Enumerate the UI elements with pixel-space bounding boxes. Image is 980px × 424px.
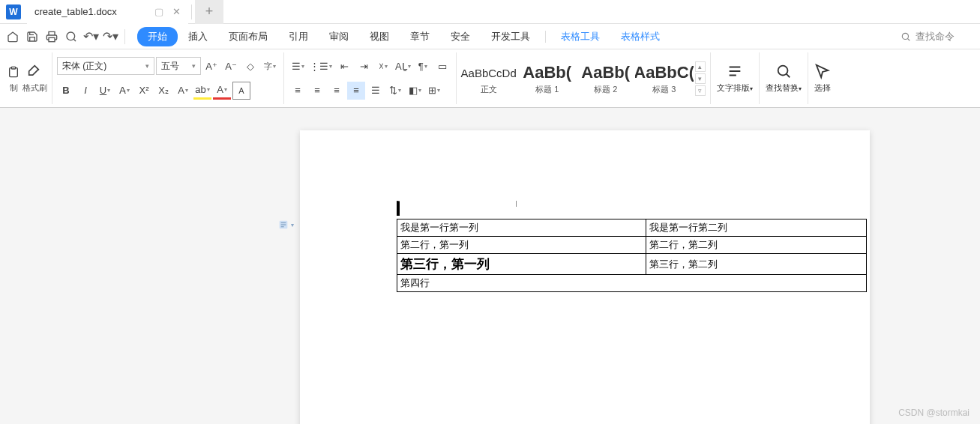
- shrink-font-icon[interactable]: A⁻: [222, 57, 240, 75]
- bullets-icon[interactable]: ☰▾: [289, 57, 307, 75]
- show-marks-icon[interactable]: ¶▾: [414, 57, 432, 75]
- tab-present-icon[interactable]: ▢: [154, 6, 163, 17]
- svg-point-4: [778, 66, 787, 76]
- cursor-icon: [814, 63, 831, 79]
- preview-icon[interactable]: [61, 27, 81, 46]
- menu-pagelayout[interactable]: 页面布局: [218, 27, 278, 46]
- print-icon[interactable]: [42, 27, 61, 46]
- borders-icon[interactable]: ⊞▾: [425, 82, 443, 100]
- ruler-tick: [516, 201, 517, 207]
- undo-icon[interactable]: ↶▾: [81, 27, 100, 46]
- align-justify-icon[interactable]: ≡: [347, 82, 365, 100]
- indent-icon[interactable]: ⇥: [355, 57, 373, 75]
- menu-devtools[interactable]: 开发工具: [481, 27, 541, 46]
- line-spacing-icon[interactable]: ⇅▾: [386, 82, 404, 100]
- svg-rect-6: [281, 222, 286, 223]
- main-menu: 开始 插入 页面布局 引用 审阅 视图 章节 安全 开发工具 表格工具 表格样式: [137, 27, 670, 46]
- document-table[interactable]: 我是第一行第一列 我是第一行第二列 第二行，第一列 第二行，第二列 第三行，第一…: [397, 219, 867, 292]
- bold-button[interactable]: B: [57, 82, 75, 100]
- font-group: 宋体 (正文)▾ 五号▾ A⁺ A⁻ ◇ 字▾ B I U▾ A̵▾ X² X₂…: [52, 52, 284, 104]
- underline-button[interactable]: U▾: [96, 82, 114, 100]
- watermark: CSDN @stormkai: [898, 408, 970, 418]
- shading-icon[interactable]: ◧▾: [406, 82, 424, 100]
- find-icon: [775, 63, 792, 79]
- new-tab-button[interactable]: +: [195, 0, 224, 24]
- font-size-select[interactable]: 五号▾: [156, 57, 201, 75]
- document-tab[interactable]: create_table1.docx ▢ ✕: [27, 0, 188, 24]
- table-cell[interactable]: 我是第一行第一列: [397, 219, 646, 237]
- grow-font-icon[interactable]: A⁺: [202, 57, 220, 75]
- style-normal[interactable]: AaBbCcDd 正文: [460, 60, 518, 97]
- ltr-icon[interactable]: AḺ▾: [394, 57, 412, 75]
- svg-point-2: [902, 33, 908, 39]
- style-heading3[interactable]: AaBbC( 标题 3: [635, 60, 694, 97]
- table-row[interactable]: 第三行，第一列 第三行，第二列: [397, 254, 867, 275]
- redo-icon[interactable]: ↷▾: [100, 27, 120, 46]
- table-cell[interactable]: 第二行，第二列: [646, 237, 867, 254]
- format-painter-icon[interactable]: [26, 63, 44, 81]
- save-icon[interactable]: [22, 27, 42, 46]
- svg-point-1: [67, 32, 75, 40]
- align-right-icon[interactable]: ≡: [328, 82, 346, 100]
- tab-separator: [191, 4, 192, 19]
- menu-start[interactable]: 开始: [137, 27, 178, 46]
- numbering-icon[interactable]: ⋮☰▾: [308, 57, 334, 75]
- search-placeholder: 查找命令: [916, 30, 955, 43]
- style-scroll[interactable]: ▴▾▿: [694, 61, 707, 96]
- styles-gallery: AaBbCcDd 正文 AaBb( 标题 1 AaBb( 标题 2 AaBbC(…: [457, 52, 711, 104]
- table-cell[interactable]: 我是第一行第二列: [646, 219, 867, 237]
- outdent-icon[interactable]: ⇤: [335, 57, 353, 75]
- search-box[interactable]: 查找命令: [901, 30, 977, 43]
- find-replace-button[interactable]: 查找替换▾: [760, 52, 808, 104]
- char-border-icon[interactable]: A: [232, 82, 250, 100]
- select-button[interactable]: 选择: [808, 52, 837, 104]
- align-center-icon[interactable]: ≡: [308, 82, 326, 100]
- typography-icon: [727, 63, 743, 79]
- sort-icon[interactable]: ☓▾: [374, 57, 392, 75]
- ribbon: 制 格式刷 宋体 (正文)▾ 五号▾ A⁺ A⁻ ◇ 字▾ B I U▾ A̵▾…: [0, 49, 980, 108]
- table-cell[interactable]: 第四行: [397, 275, 867, 292]
- document-canvas[interactable]: ▾ 我是第一行第一列 我是第一行第二列 第二行，第一列 第二行，第二列 第三行，…: [0, 108, 980, 424]
- distribute-icon[interactable]: ☰: [367, 82, 385, 100]
- text-cursor: [397, 201, 400, 216]
- superscript-button[interactable]: X²: [135, 82, 153, 100]
- section-handle-icon[interactable]: ▾: [277, 219, 294, 231]
- home-icon[interactable]: [3, 27, 22, 46]
- highlight-icon[interactable]: ab▾: [193, 82, 211, 100]
- clear-format-icon[interactable]: ◇: [241, 57, 259, 75]
- typography-button[interactable]: 文字排版▾: [711, 52, 760, 104]
- format-painter-label: 格式刷: [22, 82, 47, 94]
- table-row[interactable]: 第四行: [397, 275, 867, 292]
- menu-security[interactable]: 安全: [440, 27, 481, 46]
- subscript-button[interactable]: X₂: [154, 82, 172, 100]
- table-cell[interactable]: 第三行，第二列: [646, 254, 867, 275]
- menu-tablestyle[interactable]: 表格样式: [610, 27, 670, 46]
- menu-insert[interactable]: 插入: [178, 27, 218, 46]
- strike-button[interactable]: A̵▾: [115, 82, 133, 100]
- menu-chapter[interactable]: 章节: [400, 27, 440, 46]
- style-heading1[interactable]: AaBb( 标题 1: [518, 60, 577, 97]
- table-cell[interactable]: 第三行，第一列: [397, 254, 646, 275]
- page: 我是第一行第一列 我是第一行第二列 第二行，第一列 第二行，第二列 第三行，第一…: [300, 130, 870, 424]
- menu-tabletools[interactable]: 表格工具: [550, 27, 610, 46]
- menu-references[interactable]: 引用: [278, 27, 319, 46]
- menu-review[interactable]: 审阅: [319, 27, 359, 46]
- text-effects-icon[interactable]: A▾: [174, 82, 192, 100]
- svg-rect-0: [49, 37, 55, 41]
- table-cell[interactable]: 第二行，第一列: [397, 237, 646, 254]
- table-row[interactable]: 第二行，第一列 第二行，第二列: [397, 237, 867, 254]
- table-row[interactable]: 我是第一行第一列 我是第一行第二列: [397, 219, 867, 237]
- quick-access-bar: ↶▾ ↷▾ 开始 插入 页面布局 引用 审阅 视图 章节 安全 开发工具 表格工…: [0, 24, 980, 49]
- paste-icon[interactable]: [4, 63, 22, 81]
- font-color-icon[interactable]: A▾: [213, 82, 231, 100]
- font-name-select[interactable]: 宋体 (正文)▾: [57, 57, 154, 75]
- clipboard-group: 制 格式刷: [0, 52, 52, 104]
- tab-close-icon[interactable]: ✕: [172, 6, 181, 17]
- style-heading2[interactable]: AaBb( 标题 2: [577, 60, 635, 97]
- toolbox-icon[interactable]: ▭: [433, 57, 451, 75]
- align-left-icon[interactable]: ≡: [289, 82, 307, 100]
- phonetic-icon[interactable]: 字▾: [261, 57, 279, 75]
- menu-view[interactable]: 视图: [359, 27, 400, 46]
- italic-button[interactable]: I: [76, 82, 94, 100]
- tab-title: create_table1.docx: [34, 6, 117, 17]
